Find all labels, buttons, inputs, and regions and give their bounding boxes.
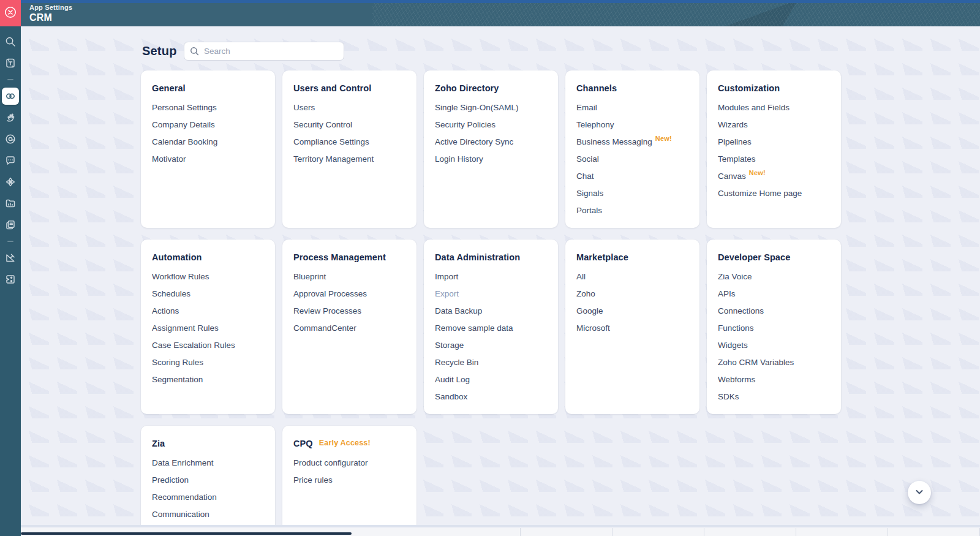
setup-link-zoho[interactable]: Zoho: [576, 285, 688, 303]
shapes-icon: [5, 176, 16, 187]
setup-link-portals[interactable]: Portals: [576, 202, 688, 219]
setup-link-audit-log[interactable]: Audit Log: [435, 371, 547, 388]
setup-link-modules-and-fields[interactable]: Modules and Fields: [718, 99, 830, 116]
setup-link-label: Prediction: [152, 475, 189, 485]
setup-link-pipelines[interactable]: Pipelines: [718, 134, 830, 151]
sidebar-item-hand-writing[interactable]: [2, 109, 19, 126]
setup-link-label: Single Sign-On(SAML): [435, 103, 519, 112]
setup-link-webforms[interactable]: Webforms: [718, 371, 830, 388]
setup-link-actions[interactable]: Actions: [152, 303, 264, 320]
setup-link-active-directory-sync[interactable]: Active Directory Sync: [435, 134, 547, 151]
setup-link-microsoft[interactable]: Microsoft: [576, 320, 688, 337]
setup-link-sandbox[interactable]: Sandbox: [435, 388, 547, 406]
setup-link-communication[interactable]: Communication: [152, 506, 264, 523]
setup-link-data-backup[interactable]: Data Backup: [435, 303, 547, 320]
setup-link-commandcenter[interactable]: CommandCenter: [293, 320, 405, 337]
setup-link-prediction[interactable]: Prediction: [152, 472, 264, 489]
sidebar-item-search[interactable]: [2, 33, 19, 50]
setup-link-customize-home-page[interactable]: Customize Home page: [718, 185, 830, 202]
setup-link-label: Sandbox: [435, 392, 467, 401]
sidebar-item-shapes[interactable]: [2, 173, 19, 191]
sidebar-item-notes[interactable]: [2, 55, 19, 72]
setup-link-templates[interactable]: Templates: [718, 151, 830, 168]
sidebar-item-link[interactable]: [2, 88, 19, 105]
setup-link-territory-management[interactable]: Territory Management: [293, 151, 405, 168]
setup-link-functions[interactable]: Functions: [718, 320, 830, 337]
setup-link-email[interactable]: Email: [576, 99, 688, 116]
chat-icon: [5, 155, 16, 166]
scroll-down-button[interactable]: [908, 481, 931, 504]
setup-link-all[interactable]: All: [576, 268, 688, 285]
setup-link-apis[interactable]: APIs: [718, 285, 830, 303]
card-title: Users and Control: [293, 83, 405, 93]
horizontal-scrollbar-thumb[interactable]: [21, 532, 352, 535]
setup-link-social[interactable]: Social: [576, 151, 688, 168]
setup-link-business-messaging[interactable]: Business MessagingNew!: [576, 134, 688, 151]
setup-link-remove-sample-data[interactable]: Remove sample data: [435, 320, 547, 337]
setup-page: Setup GeneralPersonal SettingsCompany De…: [21, 26, 980, 536]
setup-link-label: Zia Voice: [718, 272, 752, 281]
card-item-list: ImportExportData BackupRemove sample dat…: [435, 268, 547, 406]
sidebar-item-org-puzzle[interactable]: [2, 271, 19, 288]
setup-link-label: Recycle Bin: [435, 358, 478, 367]
setup-link-google[interactable]: Google: [576, 303, 688, 320]
setup-link-sdks[interactable]: SDKs: [718, 388, 830, 406]
setup-link-canvas[interactable]: CanvasNew!: [718, 168, 830, 185]
sidebar-item-design-ruler[interactable]: [2, 249, 19, 266]
card-item-list: Data EnrichmentPredictionRecommendationC…: [152, 455, 264, 536]
sidebar-item-folder-chart[interactable]: [2, 195, 19, 212]
setup-link-case-escalation-rules[interactable]: Case Escalation Rules: [152, 337, 264, 354]
setup-link-login-history[interactable]: Login History: [435, 151, 547, 168]
setup-link-label: Remove sample data: [435, 323, 513, 333]
setup-link-personal-settings[interactable]: Personal Settings: [152, 99, 264, 116]
setup-link-label: Data Enrichment: [152, 458, 214, 467]
top-accent-strip: [0, 0, 980, 3]
setup-link-signals[interactable]: Signals: [576, 185, 688, 202]
setup-link-users[interactable]: Users: [293, 99, 405, 116]
setup-card-process-management: Process ManagementBlueprintApproval Proc…: [282, 240, 417, 414]
sidebar-item-chat[interactable]: [2, 152, 19, 169]
setup-link-scoring-rules[interactable]: Scoring Rules: [152, 354, 264, 371]
setup-link-assignment-rules[interactable]: Assignment Rules: [152, 320, 264, 337]
header-app-settings-label: App Settings: [29, 4, 72, 11]
setup-link-calendar-booking[interactable]: Calendar Booking: [152, 134, 264, 151]
card-item-list: Personal SettingsCompany DetailsCalendar…: [152, 99, 264, 168]
setup-link-workflow-rules[interactable]: Workflow Rules: [152, 268, 264, 285]
setup-link-price-rules[interactable]: Price rules: [293, 472, 405, 489]
setup-link-telephony[interactable]: Telephony: [576, 116, 688, 134]
setup-link-import[interactable]: Import: [435, 268, 547, 285]
setup-link-review-processes[interactable]: Review Processes: [293, 303, 405, 320]
setup-link-segmentation[interactable]: Segmentation: [152, 371, 264, 388]
setup-link-label: Schedules: [152, 289, 190, 298]
setup-link-label: Motivator: [152, 154, 186, 164]
setup-link-recycle-bin[interactable]: Recycle Bin: [435, 354, 547, 371]
setup-link-schedules[interactable]: Schedules: [152, 285, 264, 303]
setup-link-compliance-settings[interactable]: Compliance Settings: [293, 134, 405, 151]
setup-link-storage[interactable]: Storage: [435, 337, 547, 354]
setup-link-label: Login History: [435, 154, 483, 164]
setup-link-security-policies[interactable]: Security Policies: [435, 116, 547, 134]
sidebar-item-mention[interactable]: [2, 130, 19, 148]
setup-link-recommendation[interactable]: Recommendation: [152, 489, 264, 506]
setup-link-export[interactable]: Export: [435, 285, 547, 303]
setup-link-data-enrichment[interactable]: Data Enrichment: [152, 455, 264, 472]
setup-link-widgets[interactable]: Widgets: [718, 337, 830, 354]
setup-link-wizards[interactable]: Wizards: [718, 116, 830, 134]
sidebar-item-documents[interactable]: [2, 216, 19, 233]
setup-link-chat[interactable]: Chat: [576, 168, 688, 185]
setup-link-security-control[interactable]: Security Control: [293, 116, 405, 134]
close-settings-button[interactable]: [0, 0, 21, 26]
bottom-divider-line: [21, 525, 980, 527]
setup-link-product-configurator[interactable]: Product configurator: [293, 455, 405, 472]
search-icon: [5, 36, 16, 47]
setup-card-general: GeneralPersonal SettingsCompany DetailsC…: [141, 70, 275, 228]
setup-link-blueprint[interactable]: Blueprint: [293, 268, 405, 285]
setup-link-single-sign-on-saml[interactable]: Single Sign-On(SAML): [435, 99, 547, 116]
setup-link-company-details[interactable]: Company Details: [152, 116, 264, 134]
setup-link-connections[interactable]: Connections: [718, 303, 830, 320]
setup-link-zia-voice[interactable]: Zia Voice: [718, 268, 830, 285]
setup-link-motivator[interactable]: Motivator: [152, 151, 264, 168]
setup-link-zoho-crm-variables[interactable]: Zoho CRM Variables: [718, 354, 830, 371]
search-input[interactable]: [184, 42, 344, 61]
setup-link-approval-processes[interactable]: Approval Processes: [293, 285, 405, 303]
